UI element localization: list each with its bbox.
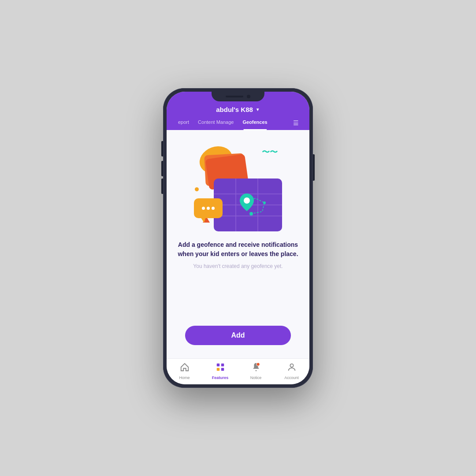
svg-point-14 bbox=[290, 364, 293, 367]
bottom-nav-features[interactable]: Features bbox=[202, 362, 238, 380]
phone-screen: abdul's K88 ▼ eport Content Manage Geofe… bbox=[167, 92, 309, 384]
dot-2 bbox=[207, 207, 210, 210]
svg-point-7 bbox=[263, 201, 266, 204]
svg-rect-11 bbox=[216, 368, 219, 371]
account-label: Account bbox=[284, 376, 299, 380]
bottom-nav: Home Features bbox=[167, 358, 309, 384]
chevron-down-icon: ▼ bbox=[256, 107, 260, 112]
bubble-dots bbox=[194, 198, 223, 218]
svg-point-8 bbox=[244, 197, 250, 204]
description-text: Add a geofence and receive notifications… bbox=[177, 240, 299, 259]
tab-geofences[interactable]: Geofences bbox=[238, 117, 271, 130]
bottom-nav-notice[interactable]: Notice bbox=[238, 362, 274, 380]
map-card bbox=[214, 178, 282, 231]
add-geofence-button[interactable]: Add bbox=[185, 326, 291, 345]
svg-rect-10 bbox=[221, 364, 223, 366]
home-icon bbox=[180, 362, 190, 374]
geofence-illustration: 〜〜 bbox=[194, 143, 282, 231]
menu-icon[interactable]: ☰ bbox=[290, 117, 302, 130]
notch-area bbox=[167, 92, 309, 101]
bottom-nav-home[interactable]: Home bbox=[167, 362, 202, 380]
sub-description-text: You haven't created any geofence yet. bbox=[193, 263, 283, 269]
notice-icon bbox=[251, 362, 261, 374]
speech-bubble bbox=[194, 198, 223, 218]
svg-rect-12 bbox=[221, 368, 223, 371]
notch bbox=[212, 92, 264, 101]
device-name: abdul's K88 bbox=[216, 106, 253, 113]
phone-frame: abdul's K88 ▼ eport Content Manage Geofe… bbox=[163, 88, 313, 388]
account-icon bbox=[287, 362, 297, 374]
speaker bbox=[226, 96, 243, 97]
header-title[interactable]: abdul's K88 ▼ bbox=[174, 106, 302, 117]
nav-tabs: eport Content Manage Geofences ☰ bbox=[174, 117, 302, 130]
map-pin-icon bbox=[240, 193, 254, 213]
teal-wave-deco: 〜〜 bbox=[262, 147, 278, 157]
notice-label: Notice bbox=[250, 376, 262, 380]
camera bbox=[247, 95, 250, 98]
features-icon bbox=[216, 362, 225, 374]
tab-content-manage[interactable]: Content Manage bbox=[193, 117, 238, 130]
features-label: Features bbox=[212, 376, 229, 380]
header: abdul's K88 ▼ eport Content Manage Geofe… bbox=[167, 101, 309, 130]
dot-3 bbox=[212, 207, 215, 210]
yellow-dot-deco bbox=[195, 187, 199, 191]
main-content: 〜〜 bbox=[167, 130, 309, 358]
home-label: Home bbox=[179, 376, 190, 380]
svg-point-13 bbox=[256, 363, 259, 366]
svg-rect-9 bbox=[216, 364, 219, 366]
dot-1 bbox=[202, 207, 205, 210]
bottom-nav-account[interactable]: Account bbox=[274, 362, 309, 380]
tab-report[interactable]: eport bbox=[174, 117, 193, 130]
